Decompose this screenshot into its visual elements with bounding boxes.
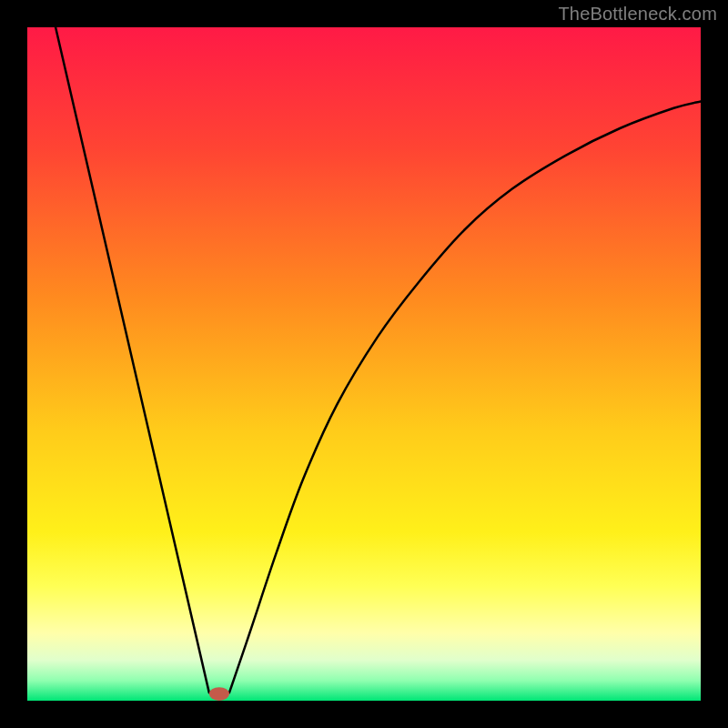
gradient-background (27, 27, 701, 701)
plot-area (27, 27, 701, 701)
attribution-text: TheBottleneck.com (558, 4, 717, 25)
chart-frame: TheBottleneck.com (0, 0, 728, 728)
minimum-marker (209, 687, 229, 701)
bottleneck-chart (27, 27, 701, 701)
